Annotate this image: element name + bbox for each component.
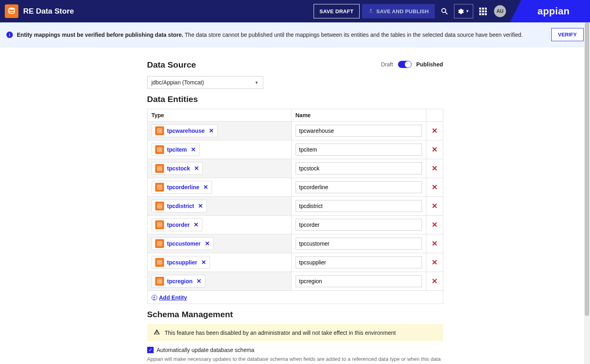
entity-name-input[interactable] [296, 200, 422, 212]
delete-row-icon[interactable]: ✕ [432, 183, 438, 191]
clear-type-icon[interactable]: ✕ [194, 165, 199, 172]
table-row: tpcsupplier✕✕ [147, 253, 443, 272]
delete-row-icon[interactable]: ✕ [432, 202, 438, 210]
clear-type-icon[interactable]: ✕ [203, 184, 208, 191]
table-row: tpcregion✕✕ [147, 272, 443, 291]
clear-type-icon[interactable]: ✕ [198, 202, 203, 210]
search-button[interactable] [437, 4, 452, 18]
table-row: tpcorder✕✕ [147, 216, 443, 234]
clear-type-icon[interactable]: ✕ [194, 221, 199, 228]
type-chip: tpcdistrict✕ [152, 200, 207, 212]
entity-name-input[interactable] [296, 256, 422, 268]
svg-rect-16 [158, 169, 159, 170]
clear-type-icon[interactable]: ✕ [191, 146, 196, 153]
toggle-label-published: Published [416, 61, 443, 68]
settings-menu-button[interactable]: ▼ [454, 4, 473, 18]
chevron-down-icon: ▼ [255, 80, 259, 85]
svg-rect-19 [158, 186, 159, 187]
add-entity-link[interactable]: + Add Entity [152, 294, 187, 301]
col-name: Name [291, 109, 426, 122]
scrollbar[interactable] [584, 22, 590, 364]
user-avatar[interactable]: AU [494, 5, 506, 17]
toggle-label-draft: Draft [381, 61, 393, 68]
table-row: tpcitem✕✕ [147, 140, 443, 159]
svg-rect-15 [160, 167, 160, 168]
page-title: RE Data Store [23, 7, 74, 16]
delete-row-icon[interactable]: ✕ [432, 277, 438, 285]
svg-rect-30 [160, 224, 160, 224]
clear-type-icon[interactable]: ✕ [196, 278, 202, 285]
entity-name-input[interactable] [296, 238, 422, 250]
apps-grid-button[interactable] [476, 4, 490, 18]
type-link[interactable]: tpcsupplier [167, 259, 197, 266]
type-chip: tpcwarehouse✕ [152, 124, 218, 137]
type-link[interactable]: tpcregion [167, 278, 193, 284]
data-source-select[interactable]: jdbc/Appian (Tomcat) ▼ [147, 76, 263, 89]
svg-rect-41 [158, 263, 159, 264]
clear-type-icon[interactable]: ✕ [201, 259, 206, 266]
datatype-icon [155, 126, 164, 135]
publish-switch[interactable] [398, 61, 412, 68]
entity-name-input[interactable] [296, 219, 422, 231]
delete-row-icon[interactable]: ✕ [432, 164, 438, 172]
svg-rect-37 [160, 244, 160, 245]
clear-type-icon[interactable]: ✕ [209, 127, 214, 134]
info-icon: i [6, 32, 13, 38]
header-bar: RE Data Store SAVE DRAFT SAVE AND PUBLIS… [0, 0, 590, 22]
type-chip: tpcorder✕ [152, 218, 203, 231]
datatype-icon [155, 164, 164, 173]
verify-button[interactable]: VERIFY [551, 28, 584, 41]
svg-rect-7 [160, 131, 160, 132]
svg-rect-46 [158, 282, 159, 282]
save-draft-button[interactable]: SAVE DRAFT [314, 4, 360, 18]
svg-rect-14 [158, 167, 159, 168]
svg-rect-36 [158, 244, 159, 245]
type-chip: tpcitem✕ [152, 143, 200, 156]
delete-row-icon[interactable]: ✕ [432, 146, 438, 154]
auto-update-help: Appian will make necessary updates to th… [147, 356, 443, 364]
delete-row-icon[interactable]: ✕ [432, 127, 438, 135]
verify-banner: i Entity mappings must be verified befor… [0, 22, 590, 47]
svg-rect-25 [160, 205, 160, 206]
type-link[interactable]: tpcdistrict [167, 203, 194, 209]
svg-point-1 [442, 8, 446, 12]
type-link[interactable]: tpcwarehouse [167, 128, 205, 134]
datatype-icon [155, 183, 164, 192]
svg-rect-34 [158, 242, 159, 243]
save-and-publish-button[interactable]: SAVE AND PUBLISH [362, 4, 435, 18]
entity-name-input[interactable] [296, 144, 422, 156]
entity-name-input[interactable] [296, 125, 422, 137]
type-link[interactable]: tpccustomer [167, 240, 201, 247]
svg-rect-32 [160, 225, 160, 226]
svg-rect-47 [160, 282, 160, 282]
svg-rect-29 [158, 224, 159, 224]
entity-name-input[interactable] [296, 275, 422, 287]
svg-point-0 [9, 8, 15, 10]
svg-rect-17 [160, 169, 160, 170]
type-link[interactable]: tpcstock [167, 165, 190, 172]
warning-icon [154, 329, 160, 336]
type-chip: tpcregion✕ [152, 275, 206, 288]
auto-update-checkbox[interactable]: ✓ [147, 347, 154, 353]
delete-row-icon[interactable]: ✕ [432, 221, 438, 229]
schema-warning-banner: This feature has been disabled by an adm… [147, 324, 443, 341]
entity-name-input[interactable] [296, 181, 422, 193]
svg-rect-39 [158, 261, 159, 262]
svg-rect-27 [160, 206, 160, 207]
delete-row-icon[interactable]: ✕ [432, 258, 438, 266]
svg-rect-24 [158, 205, 159, 206]
schema-warning-text: This feature has been disabled by an adm… [165, 330, 396, 336]
type-link[interactable]: tpcorderline [167, 184, 200, 190]
upload-icon [368, 8, 374, 15]
svg-rect-35 [160, 242, 160, 243]
svg-rect-31 [158, 225, 159, 226]
entity-name-input[interactable] [296, 162, 422, 174]
main-content: Data Source Draft Published jdbc/Appian … [143, 54, 447, 364]
type-link[interactable]: tpcitem [167, 146, 187, 153]
svg-rect-8 [157, 148, 162, 152]
delete-row-icon[interactable]: ✕ [432, 240, 438, 248]
clear-type-icon[interactable]: ✕ [205, 240, 210, 247]
datatype-icon [155, 258, 164, 267]
type-link[interactable]: tpcorder [167, 222, 190, 228]
banner-message: Entity mappings must be verified before … [17, 32, 523, 38]
